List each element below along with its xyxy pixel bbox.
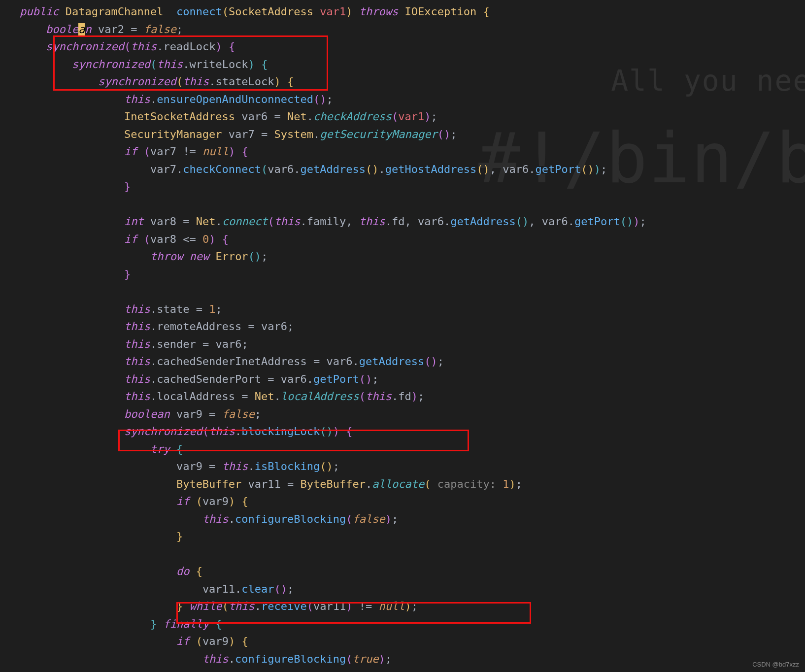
code-line[interactable]: this.configureBlocking(true); xyxy=(20,650,805,668)
keyword-this: this xyxy=(124,93,150,105)
keyword-synchronized: synchronized xyxy=(124,425,202,437)
var-var11: var11 xyxy=(202,583,235,595)
code-line[interactable]: do { xyxy=(20,563,805,580)
keyword-finally: finally xyxy=(163,618,209,630)
code-line[interactable]: throw new Error(); xyxy=(20,248,805,266)
code-line[interactable]: synchronized(this.writeLock) { xyxy=(20,56,805,73)
code-line[interactable]: try { xyxy=(20,440,805,458)
code-line[interactable]: this.localAddress = Net.localAddress(thi… xyxy=(20,388,805,405)
field-localAddress: localAddress xyxy=(157,390,235,403)
code-line[interactable]: this.cachedSenderInetAddress = var6.getA… xyxy=(20,353,805,370)
code-line[interactable]: this.sender = var6; xyxy=(20,336,805,353)
field-cachedSenderPort: cachedSenderPort xyxy=(157,373,261,385)
brace-close: } xyxy=(124,180,131,193)
code-line[interactable]: InetSocketAddress var6 = Net.checkAddres… xyxy=(20,108,805,126)
code-line[interactable]: this.cachedSenderPort = var6.getPort(); xyxy=(20,370,805,388)
literal-null: null xyxy=(379,600,405,612)
code-line[interactable]: int var8 = Net.connect(this.family, this… xyxy=(20,213,805,231)
var-var6: var6 xyxy=(281,373,307,385)
field-family: family xyxy=(307,215,346,228)
code-line[interactable]: } xyxy=(20,266,805,283)
code-line[interactable]: } finally { xyxy=(20,615,805,633)
keyword-while: while xyxy=(189,600,222,612)
code-editor[interactable]: public DatagramChannel connect(SocketAdd… xyxy=(0,0,805,668)
field-state: state xyxy=(157,303,189,315)
csdn-credit: CSDN @bd7xzz xyxy=(752,661,799,668)
code-line-blank[interactable] xyxy=(20,283,805,301)
code-line[interactable]: public DatagramChannel connect(SocketAdd… xyxy=(20,3,805,21)
keyword-this: this xyxy=(209,425,235,437)
call-getAddress: getAddress xyxy=(450,215,515,228)
call-configureBlocking: configureBlocking xyxy=(235,513,346,525)
arg-var11: var11 xyxy=(313,600,346,612)
call-localAddress: localAddress xyxy=(281,390,359,403)
code-line[interactable]: var9 = this.isBlocking(); xyxy=(20,458,805,475)
code-line-blank[interactable] xyxy=(20,545,805,563)
keyword-public: public xyxy=(20,5,59,18)
keyword-this: this xyxy=(202,513,229,525)
param-var1: var1 xyxy=(320,5,346,18)
code-line[interactable]: } xyxy=(20,528,805,545)
keyword-this: this xyxy=(124,355,150,368)
code-line[interactable]: if (var8 <= 0) { xyxy=(20,231,805,248)
var-var7: var7 xyxy=(150,145,176,158)
keyword-this: this xyxy=(124,390,150,403)
code-line[interactable]: if (var9) { xyxy=(20,493,805,510)
keyword-this: this xyxy=(202,653,229,665)
call-getPort: getPort xyxy=(574,215,620,228)
field-fd: fd xyxy=(398,390,411,403)
code-line-blank[interactable] xyxy=(20,196,805,213)
call-getAddress: getAddress xyxy=(301,163,366,175)
keyword-do: do xyxy=(176,565,190,577)
keyword-try: try xyxy=(150,443,170,455)
code-line[interactable]: synchronized(this.readLock) { xyxy=(20,38,805,56)
literal-null: null xyxy=(202,145,229,158)
code-line[interactable]: var11.clear(); xyxy=(20,580,805,598)
call-getPort: getPort xyxy=(313,373,359,385)
type-InetSocketAddress: InetSocketAddress xyxy=(124,110,235,123)
var-var8: var8 xyxy=(150,215,176,228)
var-var9: var9 xyxy=(176,460,202,472)
field-cachedSenderInetAddress: cachedSenderInetAddress xyxy=(157,355,307,368)
type-DatagramChannel: DatagramChannel xyxy=(66,5,164,18)
keyword-this: this xyxy=(359,215,385,228)
var-var9: var9 xyxy=(202,635,229,647)
code-line[interactable]: SecurityManager var7 = System.getSecurit… xyxy=(20,126,805,143)
call-checkConnect: checkConnect xyxy=(183,163,261,175)
code-line[interactable]: if (var9) { xyxy=(20,633,805,650)
code-line[interactable]: this.state = 1; xyxy=(20,301,805,318)
call-isBlocking: isBlocking xyxy=(255,460,320,472)
code-line[interactable]: var7.checkConnect(var6.getAddress().getH… xyxy=(20,161,805,178)
keyword-this: this xyxy=(229,600,255,612)
keyword-synchronized: synchronized xyxy=(72,58,150,70)
code-line[interactable]: this.ensureOpenAndUnconnected(); xyxy=(20,91,805,108)
code-line[interactable]: } while(this.receive(var11) != null); xyxy=(20,598,805,615)
keyword-throw: throw xyxy=(150,250,183,263)
class-System: System xyxy=(274,128,313,140)
literal-false: false xyxy=(222,408,255,420)
code-line[interactable]: ByteBuffer var11 = ByteBuffer.allocate( … xyxy=(20,475,805,493)
num-0: 0 xyxy=(202,233,209,245)
code-line[interactable]: if (var7 != null) { xyxy=(20,143,805,161)
code-line[interactable]: synchronized(this.stateLock) { xyxy=(20,73,805,91)
keyword-this: this xyxy=(124,320,150,333)
arg-var6: var6 xyxy=(542,215,568,228)
code-line[interactable]: this.remoteAddress = var6; xyxy=(20,318,805,336)
arg-var6: var6 xyxy=(418,215,444,228)
var-var6: var6 xyxy=(215,338,241,350)
arg-var6: var6 xyxy=(268,163,294,175)
keyword-this: this xyxy=(124,338,150,350)
brace-close: } xyxy=(176,600,183,612)
var-var8: var8 xyxy=(150,233,176,245)
brace-close: } xyxy=(176,530,183,542)
call-clear: clear xyxy=(241,583,274,595)
code-line[interactable]: } xyxy=(20,178,805,196)
code-line[interactable]: this.configureBlocking(false); xyxy=(20,510,805,528)
class-Net: Net xyxy=(287,110,307,123)
code-line[interactable]: synchronized(this.blockingLock()) { xyxy=(20,423,805,440)
keyword-if: if xyxy=(176,495,190,507)
code-line[interactable]: boolean var2 = false; xyxy=(20,21,805,38)
op-le: <= xyxy=(183,233,196,245)
type-SocketAddress: SocketAddress xyxy=(229,5,313,18)
code-line[interactable]: boolean var9 = false; xyxy=(20,405,805,423)
